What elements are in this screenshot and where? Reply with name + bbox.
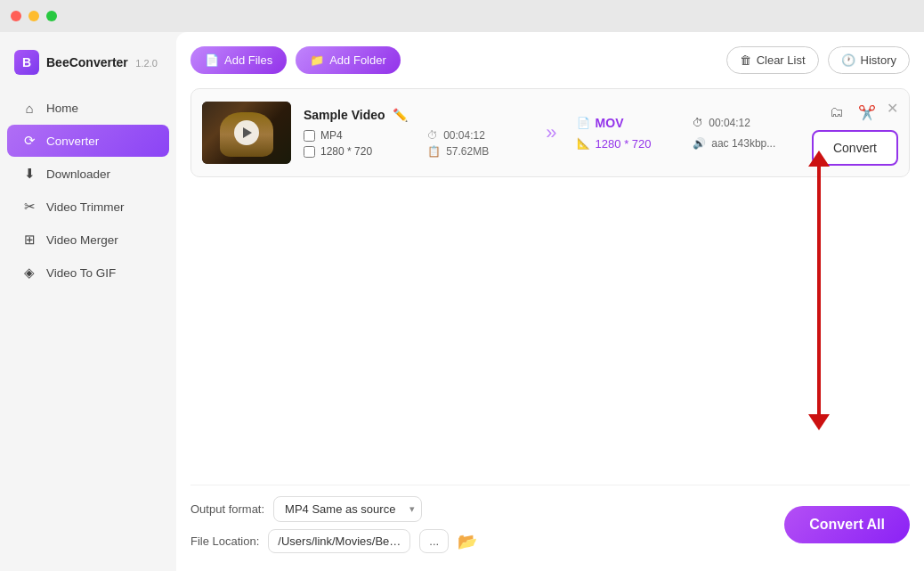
format-dst-icon: 📄 [577,117,590,129]
main-content: 📄 Add Files 📁 Add Folder 🗑 Clear List 🕐 … [176,32,924,571]
file-name: Sample Video [304,108,385,122]
bottom-settings: Output format: MP4 Same as source File L… [190,496,477,553]
sidebar-item-label: Video Merger [46,233,118,247]
gif-icon: ◈ [21,265,37,281]
arrow-head-up [808,151,830,167]
add-folder-icon: 📁 [310,53,324,67]
format-checkbox[interactable] [304,130,315,142]
sidebar-item-label: Downloader [46,167,110,181]
file-location-row: File Location: /Users/link/Movies/BeeC .… [190,529,477,553]
play-button[interactable] [234,120,259,145]
audio-icon: 🔊 [693,137,706,150]
history-icon: 🕐 [841,53,855,67]
file-location-path: /Users/link/Movies/BeeC [268,529,410,553]
duration-dst-row: ⏱ 00:04:12 [693,116,799,130]
audio-dst-row: 🔊 aac 143kbp... [693,137,799,151]
more-options-button[interactable]: ... [419,529,449,553]
app-version: 1.2.0 [135,58,157,69]
scissors-icon[interactable]: ✂️ [855,100,879,125]
add-files-icon: 📄 [205,53,219,67]
duration-dst: 00:04:12 [709,117,750,129]
format-src-row: MP4 [304,129,409,142]
output-format-label: Output format: [190,502,264,516]
sidebar-item-label: Video Trimmer [46,200,125,214]
audio-dst: aac 143kbp... [711,137,775,150]
clear-list-label: Clear List [757,53,806,67]
card-icons: 🗂 ✂️ [824,100,879,125]
add-files-label: Add Files [224,53,272,67]
close-button[interactable] [11,11,21,21]
format-src: MP4 [320,129,343,142]
annotation-arrow [808,151,830,430]
clock-icon: ⏱ [427,129,438,142]
toolbar: 📄 Add Files 📁 Add Folder 🗑 Clear List 🕐 … [190,46,910,74]
app-title: BeeConverter [46,55,128,69]
convert-direction-arrow: » [539,121,563,144]
sidebar: B BeeConverter 1.2.0 ⌂ Home ⟳ Converter … [0,32,176,571]
sidebar-item-label: Home [46,102,78,115]
converter-icon: ⟳ [21,133,37,149]
format-dst[interactable]: MOV [596,116,624,130]
clock-dst-icon: ⏱ [693,117,703,129]
bottom-bar: Output format: MP4 Same as source File L… [190,485,910,557]
file-card: Sample Video ✏️ MP4 ⏱ 00:04:12 1280 * 72… [190,88,910,177]
file-size-icon: 📋 [427,145,441,158]
resolution-dst-row: 📐 1280 * 720 [577,137,676,151]
format-dst-row: 📄 MOV [577,116,676,130]
resolution-checkbox[interactable] [304,146,315,158]
annotation-area [190,177,910,485]
trash-icon: 🗑 [740,53,751,67]
res-dst-icon: 📐 [577,137,590,150]
trimmer-icon: ✂ [21,199,37,215]
size-src-row: 📋 57.62MB [427,145,526,158]
downloader-icon: ⬇ [21,166,37,182]
history-label: History [861,53,896,67]
sidebar-item-video-trimmer[interactable]: ✂ Video Trimmer [7,191,169,223]
history-button[interactable]: 🕐 History [828,46,910,74]
arrow-shaft [817,166,821,415]
sidebar-item-label: Converter [46,135,99,148]
open-folder-icon[interactable]: 📂 [458,532,477,551]
output-format-select[interactable]: MP4 Same as source [273,496,422,522]
format-select-wrapper: MP4 Same as source [273,496,422,522]
convert-all-button[interactable]: Convert All [784,506,910,543]
app-logo: B BeeConverter 1.2.0 [0,41,176,91]
duration-src-row: ⏱ 00:04:12 [427,129,526,142]
sidebar-item-video-to-gif[interactable]: ◈ Video To GIF [7,257,169,289]
file-info: Sample Video ✏️ MP4 ⏱ 00:04:12 1280 * 72… [304,108,526,158]
add-folder-label: Add Folder [329,53,386,67]
sidebar-item-home[interactable]: ⌂ Home [7,92,169,124]
logo-icon: B [14,50,39,75]
edit-icon[interactable]: ✏️ [393,108,408,122]
duration-src: 00:04:12 [443,129,485,142]
clear-list-button[interactable]: 🗑 Clear List [726,46,819,74]
sidebar-item-label: Video To GIF [46,266,116,280]
output-info: 📄 MOV ⏱ 00:04:12 📐 1280 * 720 🔊 aac 143k… [577,116,799,151]
minimize-button[interactable] [28,11,39,21]
clip-icon[interactable]: 🗂 [824,100,849,125]
sidebar-item-video-merger[interactable]: ⊞ Video Merger [7,224,169,256]
resolution-src: 1280 * 720 [320,145,372,158]
titlebar [0,0,924,32]
close-card-icon[interactable]: ✕ [887,100,898,117]
size-src: 57.62MB [446,145,489,158]
arrow-head-down [808,414,830,430]
maximize-button[interactable] [46,11,57,21]
resolution-src-row: 1280 * 720 [304,145,409,158]
add-folder-button[interactable]: 📁 Add Folder [296,46,401,74]
file-location-label: File Location: [190,534,259,548]
merger-icon: ⊞ [21,232,37,248]
video-thumbnail[interactable] [202,102,291,164]
sidebar-item-downloader[interactable]: ⬇ Downloader [7,158,169,190]
app-container: B BeeConverter 1.2.0 ⌂ Home ⟳ Converter … [0,32,924,571]
resolution-dst[interactable]: 1280 * 720 [596,137,652,151]
sidebar-item-converter[interactable]: ⟳ Converter [7,125,169,157]
output-format-row: Output format: MP4 Same as source [190,496,477,522]
add-files-button[interactable]: 📄 Add Files [190,46,287,74]
home-icon: ⌂ [21,100,37,116]
